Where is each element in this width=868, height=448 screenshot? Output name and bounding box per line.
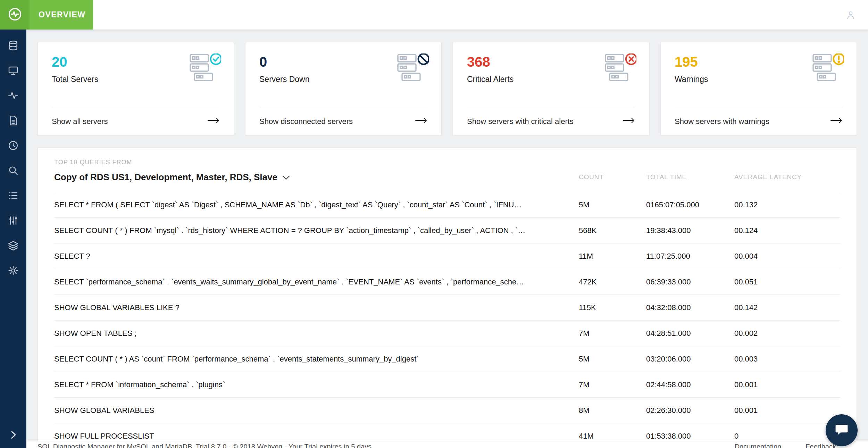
query-count: 568K [579,226,646,235]
card-total-servers: 20 Total Servers [37,42,234,135]
query-text: SHOW GLOBAL VARIABLES LIKE ? [54,303,579,312]
query-avg-latency: 00.002 [734,329,840,338]
query-count: 41M [579,432,646,441]
card-critical-alerts: 368 Critical Alerts [453,42,649,135]
report-icon[interactable] [8,115,19,126]
servers-warning-icon [812,53,844,83]
query-total-time: 11:07:25.000 [646,252,734,261]
query-avg-latency: 00.051 [734,277,840,287]
query-avg-latency: 00.004 [734,252,840,261]
history-icon[interactable] [8,140,19,151]
query-avg-latency: 00.124 [734,226,840,235]
logo-button[interactable] [0,0,30,30]
monitor-icon[interactable] [8,65,19,76]
query-text: SELECT * FROM `information_schema` . `pl… [54,380,579,389]
card-link-label: Show servers with critical alerts [467,117,574,126]
sidebar-expand-button[interactable] [0,429,26,442]
arrow-right-icon [623,117,635,126]
servers-critical-icon [604,53,636,83]
card-servers-down: 0 Servers Down [245,42,442,135]
arrow-right-icon [830,117,843,126]
panel-eyebrow: TOP 10 QUERIES FROM [54,158,840,166]
query-total-time: 19:38:43.000 [646,226,734,235]
server-selector[interactable]: Copy of RDS US1, Development, Master, RD… [54,172,579,183]
query-text: SHOW OPEN TABLES ; [54,329,579,338]
show-critical-servers-link[interactable]: Show servers with critical alerts [467,108,635,135]
table-row[interactable]: SELECT COUNT ( * ) FROM `mysql` . `rds_h… [54,217,840,243]
card-warnings: 195 Warnings [660,42,857,135]
card-link-label: Show disconnected servers [259,117,353,126]
sidebar [0,30,26,448]
footer-bar: SQL Diagnostic Manager for MySQL and Mar… [26,441,868,448]
query-table: SELECT * FROM ( SELECT `digest` AS `Dige… [38,192,857,448]
table-row[interactable]: SELECT * FROM ( SELECT `digest` AS `Dige… [54,192,840,217]
table-row[interactable]: SELECT `performance_schema` . `events_wa… [54,269,840,294]
table-row[interactable]: SHOW GLOBAL VARIABLES LIKE ? 115K 04:32:… [54,294,840,320]
search-icon[interactable] [8,165,19,176]
table-row[interactable]: SHOW GLOBAL VARIABLES 8M 02:26:30.000 00… [54,397,840,423]
column-header-total-time: TOTAL TIME [646,173,734,181]
show-warning-servers-link[interactable]: Show servers with warnings [675,108,843,135]
column-header-count: COUNT [579,173,646,181]
query-total-time: 03:20:06.000 [646,355,734,364]
server-selector-label: Copy of RDS US1, Development, Master, RD… [54,172,277,183]
chat-bubble-icon [834,422,850,439]
servers-down-icon [397,53,429,83]
query-avg-latency: 00.142 [734,303,840,312]
query-total-time: 02:26:30.000 [646,406,734,415]
query-total-time: 06:39:33.000 [646,277,734,287]
query-count: 7M [579,380,646,389]
main-content: 20 Total Servers [26,30,868,448]
query-total-time: 01:53:38.000 [646,432,734,441]
query-total-time: 0165:07:05.000 [646,200,734,209]
query-avg-latency: 0 [734,432,840,441]
query-text: SHOW GLOBAL VARIABLES [54,406,579,415]
query-avg-latency: 00.132 [734,200,840,209]
documentation-link[interactable]: Documentation [735,443,782,448]
query-text: SHOW FULL PROCESSLIST [54,432,579,441]
show-all-servers-link[interactable]: Show all servers [52,108,220,135]
database-icon[interactable] [8,40,19,51]
query-text: SELECT ? [54,252,579,261]
list-icon[interactable] [8,190,19,201]
card-link-label: Show all servers [52,117,108,126]
query-avg-latency: 00.001 [734,380,840,389]
query-count: 7M [579,329,646,338]
layers-icon[interactable] [8,240,19,251]
settings-icon[interactable] [8,265,19,276]
column-header-avg-latency: AVERAGE LATENCY [734,173,840,181]
feedback-link[interactable]: Feedback [806,443,836,448]
query-total-time: 04:28:51.000 [646,329,734,338]
query-avg-latency: 00.003 [734,355,840,364]
activity-icon[interactable] [8,90,19,101]
query-count: 115K [579,303,646,312]
card-link-label: Show servers with warnings [675,117,769,126]
query-count: 11M [579,252,646,261]
pulse-logo-icon [7,6,23,24]
chevron-down-icon [282,172,290,183]
footer-status-text: SQL Diagnostic Manager for MySQL and Mar… [37,443,372,448]
table-row[interactable]: SELECT COUNT ( * ) AS `count` FROM `perf… [54,346,840,372]
top-queries-panel: TOP 10 QUERIES FROM Copy of RDS US1, Dev… [37,148,857,448]
query-total-time: 04:32:08.000 [646,303,734,312]
query-text: SELECT * FROM ( SELECT `digest` AS `Dige… [54,200,579,209]
query-count: 8M [579,406,646,415]
servers-ok-icon [189,53,221,83]
summary-cards: 20 Total Servers [37,42,857,135]
table-row[interactable]: SELECT ? 11M 11:07:25.000 00.004 [54,243,840,269]
sliders-icon[interactable] [8,215,19,226]
query-text: SELECT COUNT ( * ) AS `count` FROM `perf… [54,355,579,364]
query-avg-latency: 00.001 [734,406,840,415]
query-text: SELECT `performance_schema` . `events_wa… [54,277,579,287]
query-count: 5M [579,200,646,209]
query-text: SELECT COUNT ( * ) FROM `mysql` . `rds_h… [54,226,579,235]
table-row[interactable]: SHOW OPEN TABLES ; 7M 04:28:51.000 00.00… [54,320,840,346]
chat-button[interactable] [826,414,858,446]
brand-area: OVERVIEW [0,0,93,30]
arrow-right-icon [415,117,427,126]
top-bar: OVERVIEW [0,0,868,30]
chevron-right-icon [8,429,19,442]
table-row[interactable]: SELECT * FROM `information_schema` . `pl… [54,372,840,397]
show-disconnected-servers-link[interactable]: Show disconnected servers [259,108,427,135]
user-icon[interactable] [845,9,856,20]
